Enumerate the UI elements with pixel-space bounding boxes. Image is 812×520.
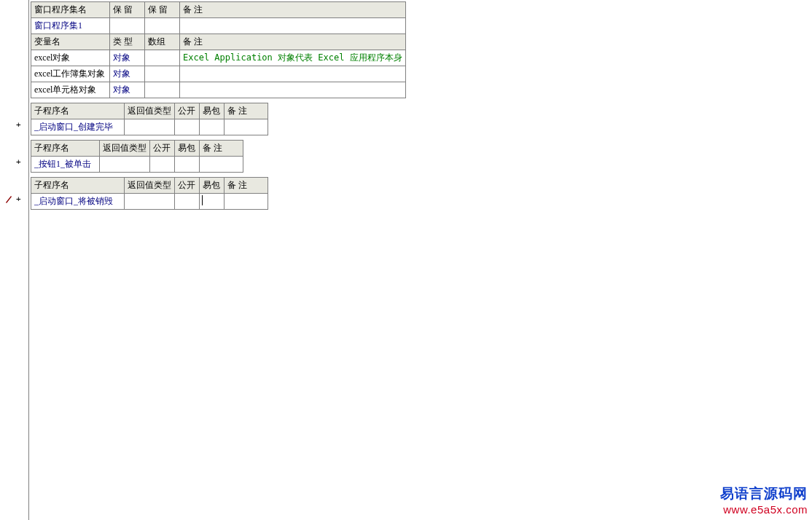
table-row[interactable]: 窗口程序集1 [31, 18, 406, 34]
header-public: 公开 [175, 103, 200, 119]
table-row[interactable]: excel对象 对象 Excel Application 对象代表 Excel … [31, 50, 406, 66]
cell-empty[interactable] [200, 119, 225, 135]
table-row[interactable]: _启动窗口_创建完毕 [31, 119, 268, 135]
cell-empty[interactable] [125, 194, 175, 210]
var-type-cell[interactable]: 对象 [110, 50, 145, 66]
header-public: 公开 [150, 141, 175, 157]
assembly-name-cell[interactable]: 窗口程序集1 [31, 18, 110, 34]
header-comment: 备 注 [200, 141, 243, 157]
header-reserved1: 保 留 [110, 2, 145, 18]
cell-active-cursor[interactable] [200, 194, 225, 210]
subroutine-block: + 子程序名 返回值类型 公开 易包 备 注 _启动窗口_将被销毁 [31, 177, 406, 210]
expand-icon[interactable]: + [16, 120, 21, 130]
pen-icon [5, 194, 12, 206]
header-comment: 备 注 [225, 178, 268, 194]
header-comment: 备 注 [180, 2, 406, 18]
cell-empty[interactable] [225, 119, 268, 135]
table-row[interactable]: 子程序名 返回值类型 公开 易包 备 注 [31, 178, 268, 194]
header-type: 类 型 [110, 34, 145, 50]
header-sub-name: 子程序名 [31, 141, 100, 157]
cell-empty[interactable] [175, 194, 200, 210]
var-type-cell[interactable]: 对象 [110, 66, 145, 82]
expand-icon[interactable]: + [16, 157, 21, 167]
header-package: 易包 [200, 103, 225, 119]
cell-empty[interactable] [200, 157, 243, 173]
header-comment: 备 注 [225, 103, 268, 119]
header-return-type: 返回值类型 [125, 178, 175, 194]
var-type-cell[interactable]: 对象 [110, 82, 145, 98]
var-name-cell[interactable]: excel工作簿集对象 [31, 66, 110, 82]
subroutine-block: + 子程序名 返回值类型 公开 易包 备 注 _按钮1_被单击 [31, 140, 406, 173]
cell-empty[interactable] [175, 157, 200, 173]
header-comment: 备 注 [180, 34, 406, 50]
cell-empty[interactable] [125, 119, 175, 135]
sub-name-cell[interactable]: _启动窗口_创建完毕 [31, 119, 125, 135]
var-comment-cell[interactable] [180, 66, 406, 82]
cell-empty[interactable] [110, 18, 145, 34]
header-sub-name: 子程序名 [31, 178, 125, 194]
var-comment-cell[interactable] [180, 82, 406, 98]
var-comment-cell[interactable]: Excel Application 对象代表 Excel 应用程序本身 [180, 50, 406, 66]
table-row[interactable]: 子程序名 返回值类型 公开 易包 备 注 [31, 141, 243, 157]
table-row[interactable]: excel单元格对象 对象 [31, 82, 406, 98]
table-row[interactable]: 变量名 类 型 数组 备 注 [31, 34, 406, 50]
expand-icon[interactable]: + [16, 194, 21, 204]
assembly-variable-table[interactable]: 窗口程序集名 保 留 保 留 备 注 窗口程序集1 变量名 类 型 数组 备 注… [31, 1, 406, 98]
subroutine-block: + 子程序名 返回值类型 公开 易包 备 注 _启动窗口_创建完毕 [31, 103, 406, 135]
subroutine-table[interactable]: 子程序名 返回值类型 公开 易包 备 注 _启动窗口_创建完毕 [31, 103, 268, 135]
code-gutter [0, 0, 29, 520]
var-array-cell[interactable] [145, 66, 180, 82]
header-sub-name: 子程序名 [31, 103, 125, 119]
var-array-cell[interactable] [145, 50, 180, 66]
cell-empty[interactable] [150, 157, 175, 173]
watermark-title: 易语言源码网 [720, 484, 808, 503]
cell-empty[interactable] [100, 157, 150, 173]
header-var-name: 变量名 [31, 34, 110, 50]
watermark: 易语言源码网 www.e5a5x.com [720, 484, 808, 516]
subroutine-table[interactable]: 子程序名 返回值类型 公开 易包 备 注 _启动窗口_将被销毁 [31, 177, 268, 210]
var-array-cell[interactable] [145, 82, 180, 98]
header-reserved2: 保 留 [145, 2, 180, 18]
table-row[interactable]: _按钮1_被单击 [31, 157, 243, 173]
cell-empty[interactable] [180, 18, 406, 34]
header-return-type: 返回值类型 [100, 141, 150, 157]
cell-empty[interactable] [145, 18, 180, 34]
header-public: 公开 [175, 178, 200, 194]
table-row[interactable]: _启动窗口_将被销毁 [31, 194, 268, 210]
table-row[interactable]: 窗口程序集名 保 留 保 留 备 注 [31, 2, 406, 18]
code-content: 窗口程序集名 保 留 保 留 备 注 窗口程序集1 变量名 类 型 数组 备 注… [31, 1, 406, 214]
table-row[interactable]: 子程序名 返回值类型 公开 易包 备 注 [31, 103, 268, 119]
var-name-cell[interactable]: excel对象 [31, 50, 110, 66]
header-assembly-name: 窗口程序集名 [31, 2, 110, 18]
header-package: 易包 [200, 178, 225, 194]
subroutine-table[interactable]: 子程序名 返回值类型 公开 易包 备 注 _按钮1_被单击 [31, 140, 243, 173]
header-package: 易包 [175, 141, 200, 157]
var-name-cell[interactable]: excel单元格对象 [31, 82, 110, 98]
sub-name-cell[interactable]: _启动窗口_将被销毁 [31, 194, 125, 210]
table-row[interactable]: excel工作簿集对象 对象 [31, 66, 406, 82]
cell-empty[interactable] [225, 194, 268, 210]
sub-name-cell[interactable]: _按钮1_被单击 [31, 157, 100, 173]
header-return-type: 返回值类型 [125, 103, 175, 119]
watermark-url: www.e5a5x.com [720, 503, 808, 516]
header-array: 数组 [145, 34, 180, 50]
cell-empty[interactable] [175, 119, 200, 135]
